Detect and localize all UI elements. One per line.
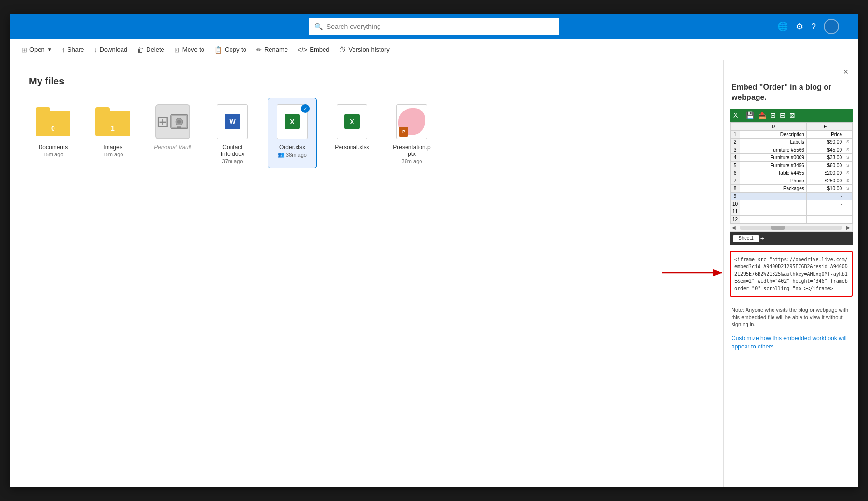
panel-title: Embed "Order" in a blog or webpage. — [724, 81, 858, 109]
table-row: 2Labels$90,00S — [731, 138, 852, 146]
embed-code-box[interactable]: <iframe src="https://onedrive.live.com/e… — [730, 251, 853, 297]
globe-icon[interactable]: 🌐 — [777, 21, 788, 32]
sheet-tab-sheet1[interactable]: Sheet1 — [733, 235, 759, 242]
list-item[interactable]: X Personal.xlsx — [328, 98, 376, 168]
delete-button[interactable]: 🗑 Delete — [133, 44, 168, 56]
excel-grid-icon[interactable]: ⊟ — [780, 111, 786, 119]
help-icon[interactable]: ? — [811, 22, 816, 32]
section-title: My files — [29, 76, 704, 87]
list-item[interactable]: 0 Documents 15m ago — [29, 98, 77, 168]
toolbar: ⊞ Open ▼ ↑ Share ↓ Download 🗑 Delete ⊡ M… — [10, 39, 858, 60]
search-input[interactable] — [326, 23, 554, 30]
list-item[interactable]: ⊞ Personal Vault — [149, 98, 197, 168]
file-time: 15m ago — [43, 152, 64, 157]
embed-label: Embed — [310, 46, 329, 53]
cell-d: Phone — [740, 177, 807, 184]
folder-count: 1 — [111, 125, 115, 132]
customize-link[interactable]: Customize how this embedded workbook wil… — [724, 333, 858, 355]
file-name: Presentation.pptx — [392, 144, 432, 157]
cell-e: $45,00 — [806, 146, 844, 153]
folder-shape: 1 — [95, 107, 130, 136]
rename-button[interactable]: ✏ Rename — [252, 44, 292, 56]
scroll-thumb[interactable] — [771, 226, 785, 230]
ppt-file-icon: P — [396, 104, 427, 139]
share-button[interactable]: ↑ Share — [58, 44, 88, 56]
scroll-right-icon[interactable]: ▶ — [844, 225, 852, 230]
excel-more-icon[interactable]: ⊠ — [789, 111, 795, 119]
col-header-d: D — [740, 123, 807, 130]
cell-d: Table #4455 — [740, 169, 807, 177]
cell-extra — [844, 192, 852, 200]
row-number: 8 — [731, 184, 740, 192]
download-button[interactable]: ↓ Download — [90, 44, 131, 56]
cell-e: - — [806, 208, 844, 215]
excel-save-icon[interactable]: 💾 — [746, 111, 754, 119]
main-area: My files 0 Documents 15m ago — [10, 60, 858, 487]
file-name: Contact Info.docx — [212, 144, 253, 157]
version-history-button[interactable]: ⏱ Version history — [335, 44, 393, 56]
scroll-left-icon[interactable]: ◀ — [730, 225, 738, 230]
sheet-tabs-bar: Sheet1 + — [730, 232, 853, 245]
sheet-table: D E 1DescriptionPrice2Labels$90,00S3Furn… — [730, 123, 852, 223]
cell-extra: S — [844, 169, 852, 177]
cell-extra: S — [844, 177, 852, 184]
list-item[interactable]: P Presentation.pptx 36m ago — [388, 98, 436, 168]
excel-mini-icon: X — [733, 111, 738, 119]
delete-label: Delete — [146, 46, 164, 53]
cell-extra: S — [844, 153, 852, 161]
table-row: 9- — [731, 192, 852, 200]
excel-icon-wrap: X — [333, 102, 371, 141]
vault-svg — [169, 108, 189, 135]
cell-d: Packages — [740, 184, 807, 192]
row-number: 7 — [731, 177, 740, 184]
panel-close-area: × — [724, 60, 858, 81]
cell-e: $10,00 — [806, 184, 844, 192]
sheet-tab-add-button[interactable]: + — [760, 235, 764, 242]
top-bar-right: 🌐 ⚙ ? — [777, 19, 839, 34]
list-item[interactable]: 1 Images 15m ago — [89, 98, 137, 168]
copyto-button[interactable]: 📋 Copy to — [210, 44, 250, 56]
row-number: 5 — [731, 161, 740, 169]
moveto-button[interactable]: ⊡ Move to — [170, 44, 208, 56]
table-row: 5Furniture #3456$60,00S — [731, 161, 852, 169]
file-browser: My files 0 Documents 15m ago — [10, 60, 723, 487]
cell-e: $200,00 — [806, 169, 844, 177]
shared-icon: 👥 — [278, 152, 285, 158]
avatar[interactable] — [824, 19, 839, 34]
share-icon: ↑ — [62, 46, 65, 54]
excel-share-icon[interactable]: 📤 — [758, 111, 766, 119]
row-number: 2 — [731, 138, 740, 146]
sheet-scroll-x[interactable]: ◀ ▶ — [730, 224, 853, 232]
cell-d: Furniture #5566 — [740, 146, 807, 153]
list-item[interactable]: W Contact Info.docx 37m ago — [208, 98, 257, 168]
open-button[interactable]: ⊞ Open ▼ — [17, 44, 56, 56]
file-time: 36m ago — [402, 158, 422, 164]
close-panel-button[interactable]: × — [839, 65, 853, 79]
arrow-svg — [662, 265, 730, 280]
panel-note: Note: Anyone who visits the blog or webp… — [724, 303, 858, 333]
file-name: Documents — [39, 144, 68, 151]
cell-extra — [844, 208, 852, 215]
embed-panel: × Embed "Order" in a blog or webpage. X … — [723, 60, 858, 487]
excel-file-icon2: X — [337, 104, 367, 139]
excel-expand-icon[interactable]: ⊞ — [770, 111, 776, 119]
moveto-icon: ⊡ — [174, 46, 180, 54]
cell-d: Furniture #0009 — [740, 153, 807, 161]
delete-icon: 🗑 — [137, 46, 144, 54]
col-header-empty — [731, 123, 740, 130]
cell-extra: S — [844, 184, 852, 192]
sheet-preview: D E 1DescriptionPrice2Labels$90,00S3Furn… — [730, 122, 853, 224]
cell-e: Price — [806, 130, 844, 138]
cell-extra — [844, 200, 852, 208]
list-item[interactable]: X ✓ Order.xlsx 👥 38m ago — [268, 98, 316, 168]
word-icon-wrap: W — [213, 102, 252, 141]
scroll-track — [740, 226, 842, 230]
table-row: 11- — [731, 208, 852, 215]
table-row: 12 — [731, 215, 852, 223]
row-number: 3 — [731, 146, 740, 153]
embed-button[interactable]: </> Embed — [294, 44, 333, 56]
search-box[interactable]: 🔍 — [309, 18, 559, 35]
settings-icon[interactable]: ⚙ — [796, 21, 803, 32]
cell-d — [740, 200, 807, 208]
cell-extra: S — [844, 161, 852, 169]
